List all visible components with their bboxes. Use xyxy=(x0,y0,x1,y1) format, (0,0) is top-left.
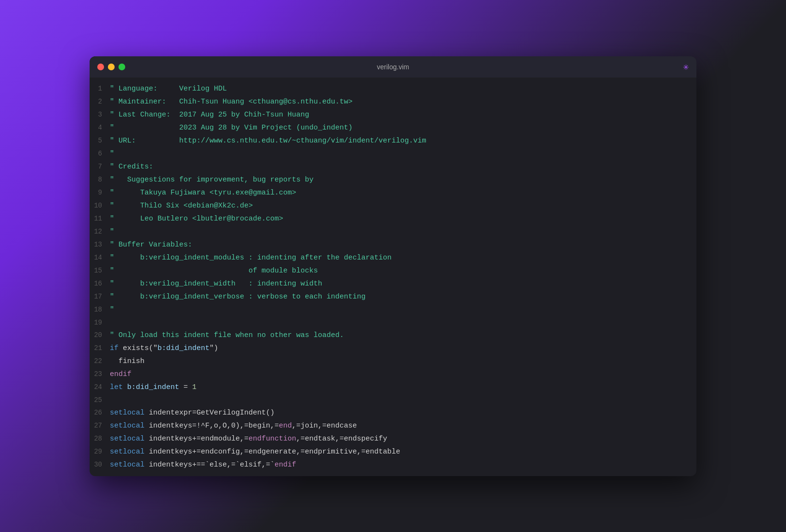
code-content: setlocal indentkeys+=endmodule,=endfunct… xyxy=(110,433,692,445)
code-token: " b:verilog_indent_width : indenting wid… xyxy=(110,280,322,288)
code-content: if exists("b:did_indent") xyxy=(110,342,692,355)
code-token: setlocal xyxy=(110,435,144,443)
code-content: " xyxy=(110,304,692,316)
code-content: setlocal indentexpr=GetVerilogIndent() xyxy=(110,407,692,419)
line-number: 4 xyxy=(90,121,110,134)
table-row: 10" Thilo Six <debian@Xk2c.de> xyxy=(90,199,696,212)
table-row: 8" Suggestions for improvement, bug repo… xyxy=(90,173,696,186)
window-title: verilog.vim xyxy=(377,63,409,71)
code-token: ,=join,=endcase xyxy=(292,422,357,430)
minimize-button[interactable] xyxy=(108,64,115,70)
star-icon[interactable]: ✳ xyxy=(683,61,689,73)
code-token: endfunction xyxy=(249,435,296,443)
table-row: 1" Language: Verilog HDL xyxy=(90,82,696,95)
code-token: " Leo Butlero <lbutler@brocade.com> xyxy=(110,215,283,223)
line-number: 3 xyxy=(90,108,110,121)
code-content: " xyxy=(110,148,692,160)
table-row: 11" Leo Butlero <lbutler@brocade.com> xyxy=(90,212,696,225)
code-token: finish xyxy=(110,357,144,365)
table-row: 28setlocal indentkeys+=endmodule,=endfun… xyxy=(90,432,696,445)
code-token: " Thilo Six <debian@Xk2c.de> xyxy=(110,202,253,210)
line-number: 13 xyxy=(90,238,110,251)
code-content: let b:did_indent = 1 xyxy=(110,381,692,394)
code-token: " Only load this indent file when no oth… xyxy=(110,331,344,339)
code-content: " Buffer Variables: xyxy=(110,239,692,251)
line-number: 10 xyxy=(90,199,110,212)
table-row: 23endif xyxy=(90,368,696,381)
table-row: 26setlocal indentexpr=GetVerilogIndent() xyxy=(90,406,696,419)
code-token: " xyxy=(110,228,114,236)
code-content: setlocal indentkeys+=endconfig,=endgener… xyxy=(110,446,692,458)
line-number: 30 xyxy=(90,458,110,471)
code-content: " of module blocks xyxy=(110,265,692,277)
code-token: ,=endtask,=endspecify xyxy=(296,435,387,443)
table-row: 29setlocal indentkeys+=endconfig,=endgen… xyxy=(90,445,696,458)
code-content: " xyxy=(110,226,692,238)
code-token: " Suggestions for improvement, bug repor… xyxy=(110,176,314,184)
table-row: 18" xyxy=(90,303,696,316)
line-number: 15 xyxy=(90,264,110,277)
line-number: 25 xyxy=(90,394,110,406)
table-row: 16" b:verilog_indent_width : indenting w… xyxy=(90,277,696,290)
table-row: 27setlocal indentkeys=!^F,o,O,0),=begin,… xyxy=(90,419,696,432)
code-token: " Last Change: 2017 Aug 25 by Chih-Tsun … xyxy=(110,111,309,119)
table-row: 3" Last Change: 2017 Aug 25 by Chih-Tsun… xyxy=(90,108,696,121)
code-token: " b:verilog_indent_modules : indenting a… xyxy=(110,254,392,262)
code-content: " URL: http://www.cs.nthu.edu.tw/~cthuan… xyxy=(110,135,692,147)
line-number: 12 xyxy=(90,225,110,238)
line-number: 5 xyxy=(90,134,110,147)
code-token: " 2023 Aug 28 by Vim Project (undo_inden… xyxy=(110,124,353,132)
code-token: " Buffer Variables: xyxy=(110,241,192,249)
code-content: " b:verilog_indent_width : indenting wid… xyxy=(110,278,692,290)
table-row: 17" b:verilog_indent_verbose : verbose t… xyxy=(90,290,696,303)
line-number: 7 xyxy=(90,160,110,173)
table-row: 14" b:verilog_indent_modules : indenting… xyxy=(90,251,696,264)
code-content: " Leo Butlero <lbutler@brocade.com> xyxy=(110,213,692,225)
code-token xyxy=(123,383,127,391)
code-token: end xyxy=(279,422,292,430)
titlebar: verilog.vim ✳ xyxy=(90,56,696,78)
line-number: 26 xyxy=(90,406,110,419)
code-token: b:did_indent xyxy=(157,344,210,352)
table-row: 21if exists("b:did_indent") xyxy=(90,342,696,355)
code-content: setlocal indentkeys=!^F,o,O,0),=begin,=e… xyxy=(110,420,692,432)
line-number: 24 xyxy=(90,381,110,393)
editor-window: verilog.vim ✳ 1" Language: Verilog HDL2"… xyxy=(90,56,696,476)
table-row: 22 finish xyxy=(90,355,696,368)
code-token: indentkeys+==`else,=`elsif,=` xyxy=(144,461,275,469)
code-editor[interactable]: 1" Language: Verilog HDL2" Maintainer: C… xyxy=(90,78,696,476)
code-content: " b:verilog_indent_modules : indenting a… xyxy=(110,252,692,264)
code-content: " Suggestions for improvement, bug repor… xyxy=(110,174,692,186)
code-content: " Language: Verilog HDL xyxy=(110,83,692,95)
line-number: 2 xyxy=(90,95,110,108)
code-content: " Only load this indent file when no oth… xyxy=(110,329,692,342)
close-button[interactable] xyxy=(97,64,104,70)
maximize-button[interactable] xyxy=(118,64,125,70)
code-token: " Credits: xyxy=(110,163,153,171)
line-number: 6 xyxy=(90,147,110,160)
code-token: endif xyxy=(110,370,131,378)
line-number: 16 xyxy=(90,277,110,290)
code-token: 1 xyxy=(192,383,196,391)
code-content: " Maintainer: Chih-Tsun Huang <cthuang@c… xyxy=(110,96,692,108)
table-row: 24let b:did_indent = 1 xyxy=(90,381,696,394)
table-row: 25 xyxy=(90,394,696,406)
code-token: setlocal xyxy=(110,409,144,417)
code-token: b:did_indent xyxy=(127,383,179,391)
table-row: 15" of module blocks xyxy=(90,264,696,277)
line-number: 20 xyxy=(90,329,110,341)
table-row: 30setlocal indentkeys+==`else,=`elsif,=`… xyxy=(90,458,696,471)
line-number: 9 xyxy=(90,186,110,199)
line-number: 23 xyxy=(90,368,110,380)
code-token: indentexpr=GetVerilogIndent() xyxy=(144,409,275,417)
code-token: " b:verilog_indent_verbose : verbose to … xyxy=(110,293,366,301)
line-number: 21 xyxy=(90,342,110,354)
table-row: 13" Buffer Variables: xyxy=(90,238,696,251)
table-row: 2" Maintainer: Chih-Tsun Huang <cthuang@… xyxy=(90,95,696,108)
code-token: " URL: http://www.cs.nthu.edu.tw/~cthuan… xyxy=(110,137,426,145)
code-token: " Takuya Fujiwara <tyru.exe@gmail.com> xyxy=(110,189,296,197)
line-number: 8 xyxy=(90,173,110,186)
code-content: " Thilo Six <debian@Xk2c.de> xyxy=(110,200,692,212)
code-token: endif xyxy=(275,461,296,469)
line-number: 18 xyxy=(90,303,110,316)
